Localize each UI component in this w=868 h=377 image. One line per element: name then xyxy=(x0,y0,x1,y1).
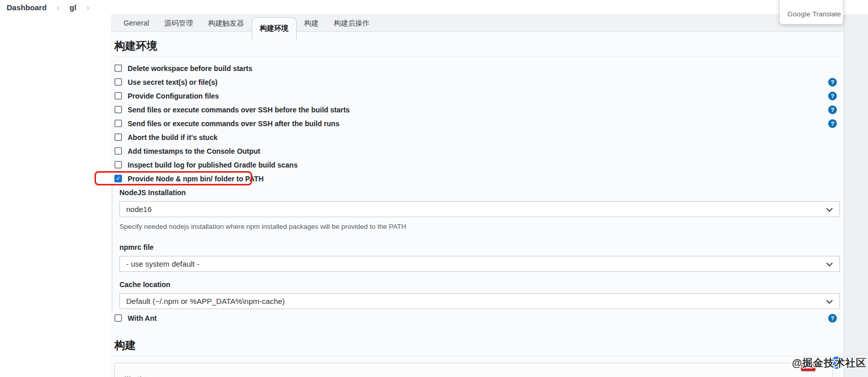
chevron-right-icon: › xyxy=(57,3,59,12)
checkbox-row-timestamps: Add timestamps to the Console Output xyxy=(114,144,840,158)
checkbox-label[interactable]: Provide Configuration files xyxy=(128,92,219,100)
checkbox-label[interactable]: Delete workspace before build starts xyxy=(128,64,252,73)
tab-post-build-actions[interactable]: 构建后操作 xyxy=(326,14,377,32)
juejin-watermark: @掘金技术社区 xyxy=(792,356,867,370)
checkbox-config-files[interactable] xyxy=(114,92,122,100)
breadcrumb-item-dashboard[interactable]: Dashboard xyxy=(7,3,46,12)
tab-build[interactable]: 构建 xyxy=(297,14,326,32)
checkbox-timestamps[interactable] xyxy=(114,147,122,155)
config-content: 构建环境 Delete workspace before build start… xyxy=(111,32,843,377)
checkbox-label[interactable]: Provide Node & npm bin/ folder to PATH xyxy=(128,175,263,183)
breadcrumb: Dashboard › gl › xyxy=(0,0,868,14)
checkbox-label[interactable]: Abort the build if it's stuck xyxy=(128,133,218,142)
tab-build-environment[interactable]: 构建环境 xyxy=(252,17,297,40)
checkbox-label[interactable]: With Ant xyxy=(128,314,157,322)
npmrc-file-label: npmrc file xyxy=(119,243,840,251)
build-environment-options: Delete workspace before build starts Use… xyxy=(114,61,840,185)
help-icon[interactable]: ? xyxy=(828,78,837,86)
page-right-margin xyxy=(843,14,868,377)
help-icon[interactable]: ? xyxy=(828,314,837,322)
tab-build-triggers[interactable]: 构建触发器 xyxy=(201,14,252,32)
checkbox-row-secret-text: Use secret text(s) or file(s) ? xyxy=(114,75,840,89)
chevron-down-icon xyxy=(826,205,833,212)
checkbox-label[interactable]: Send files or execute commands over SSH … xyxy=(128,120,340,128)
nodejs-installation-label: NodeJS Installation xyxy=(119,188,840,197)
checkbox-ssh-before[interactable] xyxy=(114,106,122,113)
breadcrumb-item-job[interactable]: gl xyxy=(69,3,76,12)
checkbox-label[interactable]: Use secret text(s) or file(s) xyxy=(128,78,218,86)
build-step-shell: 执行 shell X xyxy=(114,363,833,377)
tab-general[interactable]: General xyxy=(116,14,157,32)
checkbox-row-delete-workspace: Delete workspace before build starts xyxy=(114,61,840,75)
checkbox-row-ssh-before: Send files or execute commands over SSH … xyxy=(114,103,840,116)
google-translate-label: Translate xyxy=(812,10,841,18)
checkbox-row-gradle-scans: Inspect build log for published Gradle b… xyxy=(114,158,840,172)
cache-location-value: Default (~/.npm or %APP_DATA%\npm-cache) xyxy=(126,297,285,305)
checkbox-label[interactable]: Inspect build log for published Gradle b… xyxy=(128,161,298,169)
nodejs-installation-select[interactable]: node16 xyxy=(119,201,840,217)
google-translate-brand: Google xyxy=(787,10,810,18)
check-icon: ✓ xyxy=(116,176,120,181)
npmrc-file-select[interactable]: - use system default - xyxy=(119,256,840,272)
help-icon[interactable]: ? xyxy=(828,91,837,100)
cache-location-select[interactable]: Default (~/.npm or %APP_DATA%\npm-cache) xyxy=(119,293,840,309)
checkbox-row-with-ant: With Ant ? xyxy=(114,311,840,325)
nodejs-installation-value: node16 xyxy=(126,205,152,214)
checkbox-delete-workspace[interactable] xyxy=(114,64,122,72)
chevron-down-icon xyxy=(826,260,833,267)
config-panel: General 源码管理 构建触发器 构建环境 构建 构建后操作 构建环境 De… xyxy=(111,14,843,377)
help-icon[interactable]: ? xyxy=(828,119,837,128)
checkbox-row-config-files: Provide Configuration files ? xyxy=(114,89,840,103)
chevron-down-icon xyxy=(826,297,833,304)
checkbox-secret-text[interactable] xyxy=(114,78,122,86)
checkbox-row-provide-node: ✓ Provide Node & npm bin/ folder to PATH xyxy=(114,172,840,185)
checkbox-gradle-scans[interactable] xyxy=(114,161,122,169)
nodejs-installation-help-text: Specify needed nodejs installation where… xyxy=(119,223,840,230)
build-environment-heading: 构建环境 xyxy=(114,39,840,57)
google-translate-popup[interactable]: Google Translate xyxy=(779,0,843,25)
nodejs-settings-section: NodeJS Installation node16 Specify neede… xyxy=(112,185,840,311)
checkbox-row-abort-stuck: Abort the build if it's stuck xyxy=(114,130,840,144)
tab-source-management[interactable]: 源码管理 xyxy=(157,14,201,32)
checkbox-label[interactable]: Send files or execute commands over SSH … xyxy=(128,106,350,114)
checkbox-abort-stuck[interactable] xyxy=(114,133,122,141)
checkbox-provide-node[interactable]: ✓ xyxy=(114,175,122,182)
checkbox-label[interactable]: Add timestamps to the Console Output xyxy=(128,147,260,155)
help-icon[interactable]: ? xyxy=(828,105,837,114)
config-tabstrip: General 源码管理 构建触发器 构建环境 构建 构建后操作 xyxy=(111,14,843,32)
cache-location-label: Cache location xyxy=(119,280,840,289)
checkbox-ssh-after[interactable] xyxy=(114,120,122,127)
chevron-right-icon: › xyxy=(87,3,89,12)
checkbox-row-ssh-after: Send files or execute commands over SSH … xyxy=(114,116,840,130)
npmrc-file-value: - use system default - xyxy=(126,260,199,268)
checkbox-with-ant[interactable] xyxy=(114,314,122,322)
build-heading: 构建 xyxy=(114,338,840,357)
watermark-text: @掘金技术社区 xyxy=(792,357,867,368)
